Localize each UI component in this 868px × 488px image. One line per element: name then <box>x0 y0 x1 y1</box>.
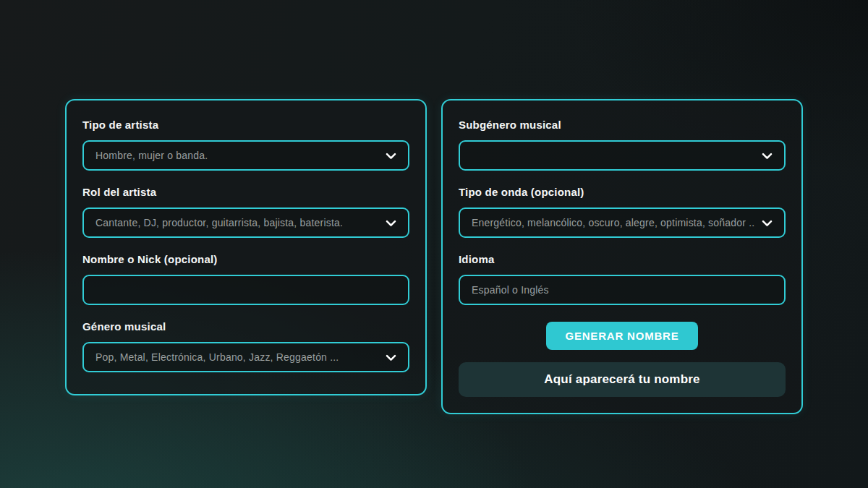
artist-details-panel: Tipo de artista Hombre, mujer o banda. R… <box>65 99 427 395</box>
field-tipo-de-artista: Tipo de artista Hombre, mujer o banda. <box>82 118 409 171</box>
field-genero-musical: Género musical Pop, Metal, Electrónica, … <box>82 320 409 372</box>
nombre-o-nick-label: Nombre o Nick (opcional) <box>82 252 409 266</box>
chevron-down-icon <box>384 216 398 230</box>
tipo-de-onda-select[interactable]: Energético, melancólico, oscuro, alegre,… <box>459 207 786 238</box>
genero-musical-select[interactable]: Pop, Metal, Electrónica, Urbano, Jazz, R… <box>82 342 409 372</box>
generate-name-button[interactable]: GENERAR NOMBRE <box>546 322 697 350</box>
chevron-down-icon <box>384 149 398 163</box>
chevron-down-icon <box>760 149 774 163</box>
tipo-de-onda-placeholder: Energético, melancólico, oscuro, alegre,… <box>472 217 754 228</box>
genero-musical-label: Género musical <box>82 320 409 333</box>
field-idioma: Idioma <box>459 252 786 305</box>
nombre-o-nick-input[interactable] <box>82 275 409 305</box>
chevron-down-icon <box>760 216 774 230</box>
rol-del-artista-label: Rol del artista <box>82 185 409 199</box>
rol-del-artista-select[interactable]: Cantante, DJ, productor, guitarrista, ba… <box>82 207 409 238</box>
generation-options-panel: Subgénero musical Tipo de onda (opcional… <box>441 99 803 414</box>
idioma-label: Idioma <box>459 252 786 266</box>
tipo-de-artista-placeholder: Hombre, mujer o banda. <box>95 150 378 161</box>
generated-name-result: Aquí aparecerá tu nombre <box>459 362 786 397</box>
generate-button-row: GENERAR NOMBRE <box>459 322 786 350</box>
idioma-input[interactable] <box>459 275 786 305</box>
field-subgenero-musical: Subgénero musical <box>459 118 786 171</box>
form-panels: Tipo de artista Hombre, mujer o banda. R… <box>65 99 803 414</box>
tipo-de-artista-select[interactable]: Hombre, mujer o banda. <box>82 140 409 171</box>
genero-musical-placeholder: Pop, Metal, Electrónica, Urbano, Jazz, R… <box>95 351 378 363</box>
tipo-de-artista-label: Tipo de artista <box>82 118 409 132</box>
chevron-down-icon <box>384 351 398 364</box>
field-rol-del-artista: Rol del artista Cantante, DJ, productor,… <box>82 185 409 238</box>
field-nombre-o-nick: Nombre o Nick (opcional) <box>82 252 409 305</box>
tipo-de-onda-label: Tipo de onda (opcional) <box>459 185 786 199</box>
field-tipo-de-onda: Tipo de onda (opcional) Energético, mela… <box>459 185 786 238</box>
rol-del-artista-placeholder: Cantante, DJ, productor, guitarrista, ba… <box>95 217 378 228</box>
subgenero-musical-label: Subgénero musical <box>459 118 786 132</box>
subgenero-musical-select[interactable] <box>459 140 786 171</box>
